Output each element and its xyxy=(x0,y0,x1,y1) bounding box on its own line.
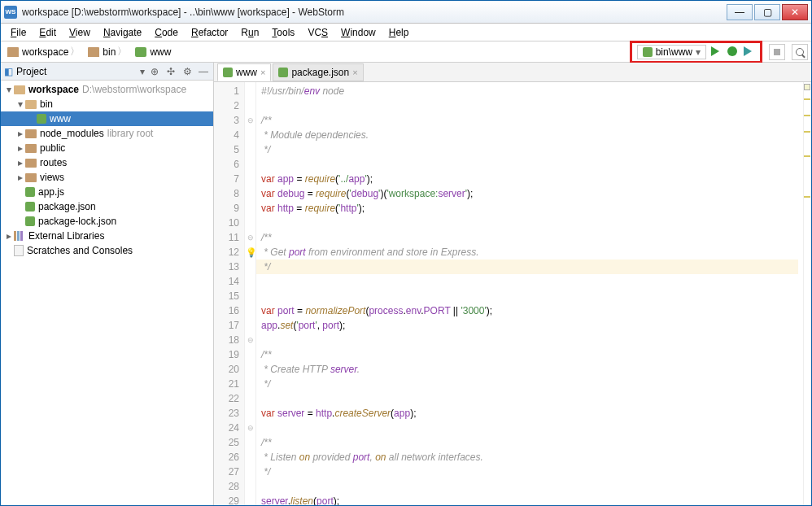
tab-www[interactable]: www× xyxy=(217,63,271,81)
tree-bin[interactable]: ▾bin xyxy=(1,97,213,111)
folder-icon xyxy=(25,159,37,168)
chevron-down-icon: ▾ xyxy=(696,46,701,58)
window-titlebar: WS workspace [D:\webstorm\workspace] - .… xyxy=(1,1,811,24)
analysis-status-icon[interactable] xyxy=(804,84,810,90)
tree-label: app.js xyxy=(38,186,64,198)
run-configuration-dropdown[interactable]: bin\www ▾ xyxy=(637,45,706,59)
play-shield-icon xyxy=(744,46,752,56)
warning-marker[interactable] xyxy=(804,131,810,133)
maximize-button[interactable]: ▢ xyxy=(754,4,780,20)
menu-edit[interactable]: Edit xyxy=(34,25,61,40)
tree-label: routes xyxy=(40,157,67,168)
menu-view[interactable]: View xyxy=(64,25,95,40)
tab-label: package.json xyxy=(291,67,349,78)
breadcrumb-workspace[interactable]: workspace xyxy=(4,43,85,60)
tree-www[interactable]: www xyxy=(1,111,213,126)
breadcrumb-www[interactable]: www xyxy=(132,45,177,59)
tree-label: bin xyxy=(40,98,53,110)
tree-routes[interactable]: ▸routes xyxy=(1,155,213,170)
warning-marker[interactable] xyxy=(804,155,810,157)
nodejs-icon xyxy=(643,47,653,57)
bug-icon xyxy=(727,46,737,56)
tree-package-lock[interactable]: package-lock.json xyxy=(1,214,213,229)
folder-icon xyxy=(25,100,37,109)
expand-icon[interactable]: ▸ xyxy=(15,172,25,183)
warning-marker[interactable] xyxy=(804,98,810,100)
close-icon[interactable]: × xyxy=(260,68,265,77)
tree-external-libraries[interactable]: ▸External Libraries xyxy=(1,229,213,243)
code-area[interactable]: #!/usr/bin/env node /** * Module depende… xyxy=(256,82,803,505)
tree-label: package-lock.json xyxy=(38,216,116,227)
editor-area: www× package.json× 1 2 3 4 5 6 7 8 9 10 … xyxy=(214,63,811,505)
expand-icon[interactable]: ▸ xyxy=(15,157,25,168)
menu-window[interactable]: Window xyxy=(336,25,381,40)
menu-file[interactable]: File xyxy=(6,25,31,40)
folder-icon xyxy=(25,129,37,138)
toolbar-right: bin\www ▾ xyxy=(630,41,808,63)
hide-button[interactable]: — xyxy=(197,65,210,78)
tab-package-json[interactable]: package.json× xyxy=(273,63,363,81)
menu-vcs[interactable]: VCS xyxy=(303,25,333,40)
app-icon: WS xyxy=(4,6,17,19)
folder-icon xyxy=(88,47,99,57)
fold-gutter[interactable]: ⊖ ⊖ ⊖ ⊖ ⊖ ⊖ xyxy=(245,82,256,505)
tree-label: workspace xyxy=(28,84,79,95)
main-area: ◧ Project ▾ ⊕ ✣ ⚙ — ▾workspaceD:\webstor… xyxy=(1,63,811,505)
expand-icon[interactable]: ▾ xyxy=(15,98,25,110)
expand-icon[interactable]: ▸ xyxy=(15,142,25,154)
select-opened-file-icon[interactable]: ⊕ xyxy=(148,65,161,78)
folder-icon xyxy=(7,47,19,57)
nodejs-icon xyxy=(135,47,146,57)
crumb-label: www xyxy=(150,46,171,58)
close-icon[interactable]: × xyxy=(352,68,357,77)
breadcrumb-bin[interactable]: bin xyxy=(85,43,132,60)
menu-help[interactable]: Help xyxy=(384,25,414,40)
editor-body[interactable]: 1 2 3 4 5 6 7 8 9 10 11 12 13 14 15 16 1… xyxy=(214,82,811,505)
expand-icon[interactable]: ▸ xyxy=(15,128,25,139)
search-everywhere-button[interactable] xyxy=(792,44,808,60)
tree-package-json[interactable]: package.json xyxy=(1,199,213,214)
tab-label: www xyxy=(236,67,257,78)
menu-code[interactable]: Code xyxy=(150,25,183,40)
stop-icon xyxy=(774,49,780,55)
tree-label: External Libraries xyxy=(28,230,104,242)
chevron-down-icon[interactable]: ▾ xyxy=(140,66,145,77)
tree-label: www xyxy=(50,113,71,124)
tree-appjs[interactable]: app.js xyxy=(1,185,213,199)
menubar: File Edit View Navigate Code Refactor Ru… xyxy=(1,24,811,41)
menu-tools[interactable]: Tools xyxy=(267,25,299,40)
tree-scratches[interactable]: Scratches and Consoles xyxy=(1,243,213,258)
menu-run[interactable]: Run xyxy=(236,25,264,40)
tree-node-modules[interactable]: ▸node_moduleslibrary root xyxy=(1,126,213,141)
expand-icon[interactable]: ▾ xyxy=(4,84,14,95)
tree-views[interactable]: ▸views xyxy=(1,170,213,185)
menu-refactor[interactable]: Refactor xyxy=(186,25,233,40)
tree-note: library root xyxy=(107,128,154,139)
minimize-button[interactable]: — xyxy=(727,4,753,20)
error-stripe[interactable] xyxy=(803,82,811,505)
run-controls-highlight: bin\www ▾ xyxy=(630,41,762,63)
debug-button[interactable] xyxy=(727,46,739,58)
project-title: Project xyxy=(16,66,137,77)
gear-icon[interactable]: ⚙ xyxy=(181,65,194,78)
tree-root[interactable]: ▾workspaceD:\webstorm\workspace xyxy=(1,82,213,97)
scratch-icon xyxy=(14,245,24,256)
tree-public[interactable]: ▸public xyxy=(1,141,213,155)
tree-label: public xyxy=(40,142,65,154)
window-controls: — ▢ ✕ xyxy=(725,4,808,20)
tree-label: views xyxy=(40,172,64,183)
menu-navigate[interactable]: Navigate xyxy=(98,25,146,40)
breadcrumb: workspace bin www xyxy=(4,43,630,60)
run-coverage-button[interactable] xyxy=(744,46,755,58)
close-button[interactable]: ✕ xyxy=(782,4,808,20)
expand-all-icon[interactable]: ✣ xyxy=(164,65,177,78)
folder-icon xyxy=(25,173,37,182)
stop-button[interactable] xyxy=(769,44,785,60)
expand-icon[interactable]: ▸ xyxy=(4,230,14,242)
run-button[interactable] xyxy=(711,46,723,58)
project-tree[interactable]: ▾workspaceD:\webstorm\workspace ▾bin www… xyxy=(1,81,213,505)
warning-marker[interactable] xyxy=(804,115,810,116)
tree-label: node_modules xyxy=(40,128,104,139)
folder-icon xyxy=(14,85,25,94)
warning-marker[interactable] xyxy=(804,196,810,198)
